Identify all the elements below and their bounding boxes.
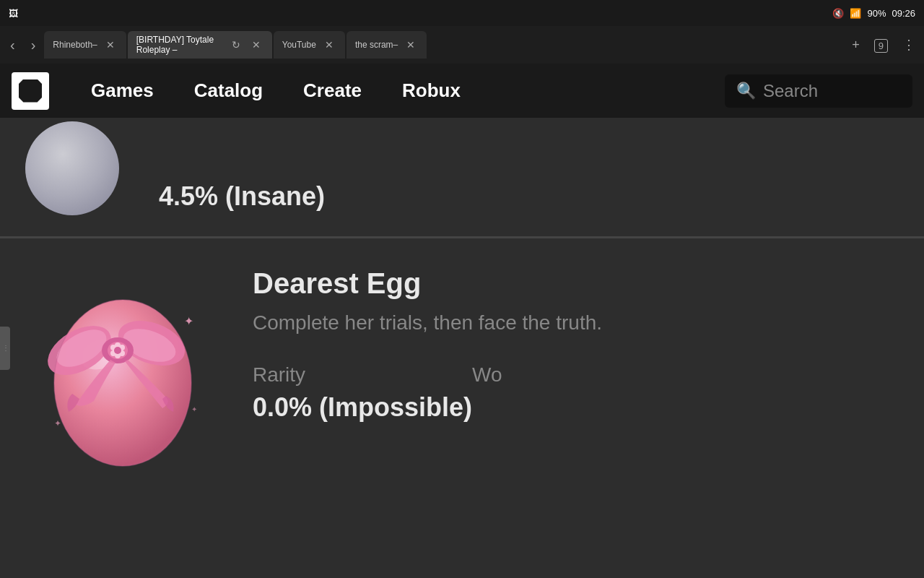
top-rarity-value: 4.5% (Insane) (159, 181, 924, 212)
main-content: ⋮ 4.5% (Insane) (0, 118, 924, 578)
tab-close-2[interactable]: ✕ (249, 38, 263, 52)
tab-count: 9 (874, 39, 888, 53)
tab-label: YouTube (282, 40, 316, 50)
status-right: 🔇 📶 90% 09:26 (832, 8, 915, 19)
battery-level: 90% (867, 8, 886, 19)
svg-text:✦: ✦ (184, 315, 193, 327)
new-tab-button[interactable]: + (846, 35, 866, 56)
tab-bar: ‹ › Rhineboth– ✕ [BIRTHDAY] Toytale Role… (0, 26, 924, 64)
tab-close-1[interactable]: ✕ (103, 38, 118, 52)
screenshot-icon: 🖼 (9, 8, 18, 19)
tab-label: [BIRTHDAY] Toytale Roleplay – (136, 35, 223, 55)
tab-close-3[interactable]: ✕ (322, 38, 336, 52)
dearest-egg-svg: ✦ ✦ ✦ (18, 267, 227, 477)
top-item-section: 4.5% (Insane) (0, 118, 924, 237)
roblox-navbar: Games Catalog Create Robux 🔍 Search (0, 64, 924, 118)
world-stat: Wo (472, 363, 616, 392)
tab-label: Rhineboth– (53, 40, 97, 50)
tab-actions: + 9 ⋮ (846, 34, 921, 56)
top-item-image (0, 118, 144, 219)
rarity-value: 0.0% (Impossible) (253, 392, 472, 423)
stats-row: Rarity 0.0% (Impossible) Wo (253, 363, 924, 423)
tab-youtube[interactable]: YouTube ✕ (274, 31, 345, 59)
svg-text:✦: ✦ (191, 405, 197, 413)
nav-catalog[interactable]: Catalog (174, 79, 283, 102)
tab-toytale[interactable]: [BIRTHDAY] Toytale Roleplay – ↻ ✕ (128, 31, 272, 59)
search-icon: 🔍 (736, 82, 756, 100)
search-placeholder: Search (763, 81, 818, 101)
roblox-logo-icon (19, 79, 42, 103)
top-item-info: 4.5% (Insane) (144, 181, 924, 219)
rarity-label: Rarity (253, 363, 472, 387)
bottom-item-info: Dearest Egg Complete her trials, then fa… (245, 260, 924, 423)
top-egg-image (25, 121, 119, 215)
tab-scram[interactable]: the scram– ✕ (346, 31, 427, 59)
status-left: 🖼 (9, 8, 18, 19)
search-bar[interactable]: 🔍 Search (725, 74, 912, 108)
svg-point-15 (114, 347, 121, 354)
rarity-stat: Rarity 0.0% (Impossible) (253, 363, 472, 423)
forward-button[interactable]: › (24, 33, 43, 58)
browser-menu-button[interactable]: ⋮ (897, 34, 921, 56)
mute-icon: 🔇 (832, 8, 844, 19)
roblox-logo[interactable] (12, 72, 49, 110)
svg-point-0 (54, 300, 191, 466)
nav-links: Games Catalog Create Robux (71, 79, 725, 102)
nav-create[interactable]: Create (283, 79, 382, 102)
item-name: Dearest Egg (253, 267, 924, 300)
nav-robux[interactable]: Robux (382, 79, 481, 102)
tab-close-4[interactable]: ✕ (404, 38, 418, 52)
svg-text:✦: ✦ (54, 418, 61, 428)
world-label: Wo (472, 363, 616, 387)
bottom-item-image: ✦ ✦ ✦ (0, 260, 245, 484)
status-bar: 🖼 🔇 📶 90% 09:26 (0, 0, 924, 26)
item-description: Complete her trials, then face the truth… (253, 311, 924, 335)
tab-label: the scram– (355, 40, 398, 50)
nav-games[interactable]: Games (71, 79, 174, 102)
tab-rhineboth[interactable]: Rhineboth– ✕ (44, 31, 126, 59)
wifi-icon: 📶 (850, 8, 861, 19)
time-display: 09:26 (892, 8, 915, 19)
tab-reload-button[interactable]: ↻ (229, 38, 243, 52)
bottom-item-section: ✦ ✦ ✦ Dearest Egg Complete her trials, t… (0, 238, 924, 499)
tab-count-button[interactable]: 9 (868, 35, 894, 56)
back-button[interactable]: ‹ (3, 33, 22, 58)
